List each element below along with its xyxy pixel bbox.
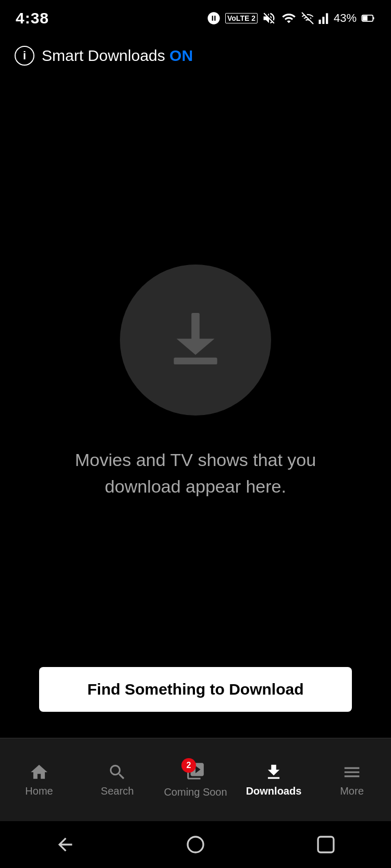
bottom-nav: Home Search 2 Coming Soon Downloads More: [0, 738, 391, 821]
nav-item-more[interactable]: More: [318, 762, 386, 797]
nav-item-coming-soon[interactable]: 2 Coming Soon: [162, 761, 229, 798]
status-bar: 4:38 VoLTE 2 43%: [0, 0, 391, 36]
battery-icon: [361, 11, 375, 26]
svg-rect-0: [319, 20, 321, 24]
main-content: Movies and TV shows that youdownload app…: [0, 73, 391, 733]
svg-rect-1: [322, 17, 324, 24]
svg-rect-10: [318, 837, 334, 852]
svg-rect-4: [363, 16, 368, 20]
back-icon[interactable]: [55, 834, 76, 855]
mute-icon: [262, 11, 276, 26]
svg-rect-8: [174, 357, 217, 364]
svg-point-9: [188, 837, 203, 852]
svg-rect-2: [326, 13, 328, 24]
nav-label-coming-soon: Coming Soon: [164, 786, 227, 798]
home-icon: [29, 762, 49, 782]
signal-icon: [301, 11, 314, 26]
download-circle: [120, 265, 271, 416]
wifi-icon: [280, 11, 297, 26]
empty-message: Movies and TV shows that youdownload app…: [44, 447, 347, 500]
info-icon[interactable]: i: [15, 46, 34, 66]
phantom-icon: [206, 11, 221, 26]
nav-label-more: More: [340, 785, 364, 797]
nav-label-downloads: Downloads: [246, 785, 302, 797]
svg-marker-7: [177, 338, 215, 355]
status-time: 4:38: [16, 9, 49, 27]
find-something-button[interactable]: Find Something to Download: [39, 667, 352, 712]
volte-icon: VoLTE 2: [225, 13, 258, 23]
home-nav-icon[interactable]: [185, 834, 206, 855]
nav-label-home: Home: [25, 785, 53, 797]
status-icons: VoLTE 2 43%: [206, 11, 375, 26]
smart-downloads-bar[interactable]: i Smart Downloads ON: [0, 36, 391, 75]
coming-soon-badge: 2: [181, 758, 196, 773]
nav-label-search: Search: [101, 785, 133, 797]
smart-downloads-status: ON: [169, 47, 193, 64]
system-nav: [0, 821, 391, 868]
more-icon: [342, 762, 362, 782]
download-icon: [162, 306, 229, 374]
downloads-icon: [264, 762, 284, 782]
nav-item-home[interactable]: Home: [5, 762, 73, 797]
search-icon: [107, 762, 127, 782]
recents-icon[interactable]: [315, 834, 336, 855]
signal2-icon: [318, 11, 329, 26]
nav-item-downloads[interactable]: Downloads: [240, 762, 308, 797]
smart-downloads-label: Smart Downloads ON: [42, 47, 193, 65]
battery-text: 43%: [334, 11, 357, 25]
svg-rect-5: [373, 17, 374, 20]
nav-item-search[interactable]: Search: [83, 762, 151, 797]
find-button-container: Find Something to Download: [0, 667, 391, 712]
